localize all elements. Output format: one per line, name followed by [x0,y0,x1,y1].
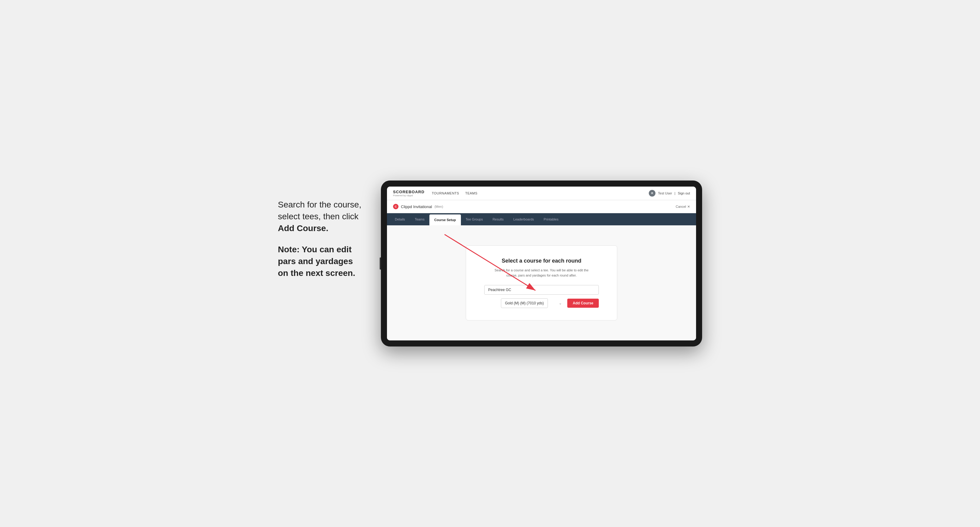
course-select-card: Select a course for each round Search fo… [466,245,617,321]
navbar: SCOREBOARD Powered by clippd TOURNAMENTS… [387,187,696,200]
page-wrapper: Search for the course, select tees, then… [278,181,702,346]
tablet-device: SCOREBOARD Powered by clippd TOURNAMENTS… [381,181,702,346]
cancel-icon: ✕ [687,205,690,209]
tablet-side-button [380,257,381,270]
tournament-title: C Clippd Invitational (Men) [393,204,443,209]
annotation-text-2: Note: You can edit pars and yardages on … [278,243,363,279]
brand-subtitle: Powered by clippd [393,194,425,197]
navbar-right: R Test User | Sign out [649,190,690,197]
cancel-label: Cancel [676,205,686,208]
annotation-panel: Search for the course, select tees, then… [278,181,363,288]
nav-separator: | [675,191,675,195]
card-title: Select a course for each round [484,258,599,264]
cancel-button[interactable]: Cancel ✕ [676,205,690,209]
tab-teams[interactable]: Teams [410,214,430,225]
sign-out-link[interactable]: Sign out [678,191,690,195]
annotation-bold-1: Add Course. [278,224,328,233]
tab-navigation: Details Teams Course Setup Tee Groups Re… [387,213,696,225]
tournament-name: Clippd Invitational [401,205,432,209]
tournament-badge: (Men) [434,205,443,208]
brand-title: SCOREBOARD [393,190,425,194]
tab-details[interactable]: Details [390,214,410,225]
navbar-left: SCOREBOARD Powered by clippd TOURNAMENTS… [393,190,477,197]
tee-select-wrapper: Gold (M) (M) (7010 yds) [484,298,565,308]
user-name: Test User [658,191,672,195]
nav-links: TOURNAMENTS TEAMS [432,191,477,195]
tournament-icon: C [393,204,398,209]
tee-select-row: Gold (M) (M) (7010 yds) Add Course [484,298,599,308]
tab-tee-groups[interactable]: Tee Groups [461,214,488,225]
course-search-input[interactable] [484,285,599,295]
tab-course-setup[interactable]: Course Setup [430,214,461,225]
main-content: Select a course for each round Search fo… [387,225,696,340]
avatar: R [649,190,655,197]
tournament-header: C Clippd Invitational (Men) Cancel ✕ [387,200,696,213]
annotation-text-1: Search for the course, select tees, then… [278,199,363,235]
brand: SCOREBOARD Powered by clippd [393,190,425,197]
tee-select[interactable]: Gold (M) (M) (7010 yds) [501,298,548,308]
nav-tournaments[interactable]: TOURNAMENTS [432,191,459,195]
tab-printables[interactable]: Printables [539,214,563,225]
nav-teams[interactable]: TEAMS [465,191,477,195]
tab-leaderboards[interactable]: Leaderboards [509,214,539,225]
tablet-screen: SCOREBOARD Powered by clippd TOURNAMENTS… [387,187,696,340]
tab-results[interactable]: Results [488,214,509,225]
card-description: Search for a course and select a tee. Yo… [484,268,599,278]
add-course-button[interactable]: Add Course [567,298,599,308]
